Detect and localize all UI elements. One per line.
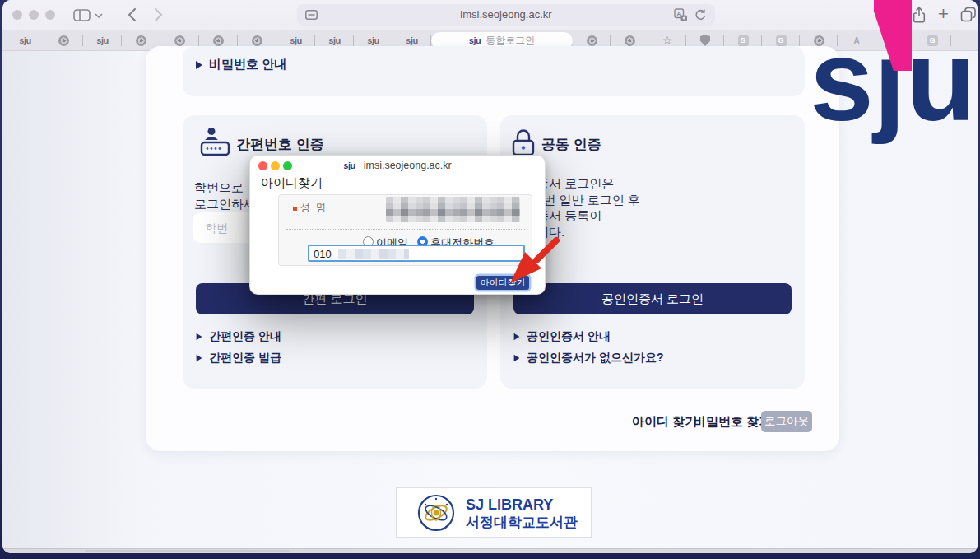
sju-favicon: sju [290,35,301,45]
no-certificate-label: 공인인증서가 없으신가요? [527,351,663,366]
triangle-bullet-icon [197,355,202,362]
find-id-link[interactable]: 아이디 찾기 [632,414,697,430]
certificate-guide-link[interactable]: 공인인증서 안내 [513,329,611,344]
seal-favicon [136,35,146,46]
logout-button[interactable]: 로그아웃 [761,411,812,432]
simple-auth-guide-label: 간편인증 안내 [209,329,281,344]
university-seal-icon [417,494,455,532]
sju-favicon: sju [328,35,340,45]
g-favicon: G [776,35,787,46]
triangle-bullet-icon [514,333,520,341]
sju-favicon: sju [19,35,30,45]
triangle-bullet-icon [197,333,202,341]
sju-favicon: sju [367,35,379,45]
sju-favicon: sju [469,35,481,45]
dialog-titlebar: sju imsi.seojeong.ac.kr [250,160,545,171]
phone-value-redacted [338,249,409,259]
tab[interactable]: sju [6,30,44,51]
triangle-bullet-icon [514,355,520,362]
forward-button[interactable] [154,7,163,22]
translate-icon[interactable]: A [674,8,688,21]
sidebar-toggle-icon[interactable] [73,9,91,21]
seal-favicon [174,35,185,46]
required-bullet-icon [293,207,297,211]
seal-favicon [625,35,635,46]
back-button[interactable] [128,7,137,22]
library-logo-box: SJ LIBRARY 서정대학교도서관 [396,487,592,538]
minimize-window-icon[interactable] [29,10,39,20]
simple-auth-title: 간편번호 인증 [236,135,324,154]
sju-favicon: sju [343,161,355,170]
desc-line: 증서 등록이 [536,207,640,224]
shield-favicon [700,35,710,46]
star-favicon: ☆ [662,35,673,46]
no-certificate-link[interactable]: 공인인증서가 없으신가요? [513,351,663,366]
seal-favicon [213,35,224,46]
triangle-bullet-icon [196,61,202,69]
cutoff-status-text [85,550,290,552]
seal-favicon [587,35,597,46]
annotation-arrow-icon [498,229,568,295]
g-favicon: G [738,35,749,46]
fullscreen-window-icon[interactable] [45,10,55,20]
tab[interactable]: sju [83,30,122,51]
screenshot-stage: imsi.seojeong.ac.kr A + [0,0,980,559]
seal-favicon [58,35,69,46]
sju-favicon: sju [406,35,417,45]
reload-icon[interactable] [694,8,707,21]
phone-value: 010 [314,248,332,260]
active-tab-label: 통합로그인 [485,34,535,48]
simple-auth-issue-label: 간편인증 발급 [209,351,281,366]
find-password-link[interactable]: 비밀번호 찾기 [694,414,771,430]
library-name-en: SJ LIBRARY [466,496,553,514]
simple-auth-issue-link[interactable]: 간편인증 발급 [196,351,281,366]
seal-favicon [252,35,262,46]
desc-line: 1번 일반 로그인 후 [536,192,640,208]
simple-auth-icon [200,126,231,159]
joint-auth-title: 공동 인증 [541,135,601,154]
chevron-down-icon[interactable] [95,13,103,18]
address-bar[interactable]: imsi.seojeong.ac.kr A [297,4,715,26]
svg-text:A: A [676,10,681,17]
close-window-icon[interactable] [12,10,22,20]
dialog-title: imsi.seojeong.ac.kr [364,160,452,171]
tab[interactable] [44,30,83,51]
password-guide-link[interactable]: 비밀번호 안내 [196,57,286,72]
simple-auth-subtitle-1: 학번으로 [194,179,244,196]
sju-favicon: sju [96,35,108,45]
certificate-guide-label: 공인인증서 안내 [527,329,611,344]
library-name-ko: 서정대학교도서관 [466,513,578,532]
lock-icon [510,127,536,158]
name-label: 성 명 [300,201,327,215]
password-guide-label: 비밀번호 안내 [209,57,286,72]
dialog-heading: 아이디찾기 [261,175,323,191]
url-text: imsi.seojeong.ac.kr [297,4,715,26]
phone-number-input[interactable]: 010 [308,245,525,262]
desc-line: 증서 로그인은 [536,175,640,192]
simple-auth-guide-link[interactable]: 간편인증 안내 [196,329,281,344]
form-divider [286,229,525,230]
name-value-redacted [386,197,520,222]
